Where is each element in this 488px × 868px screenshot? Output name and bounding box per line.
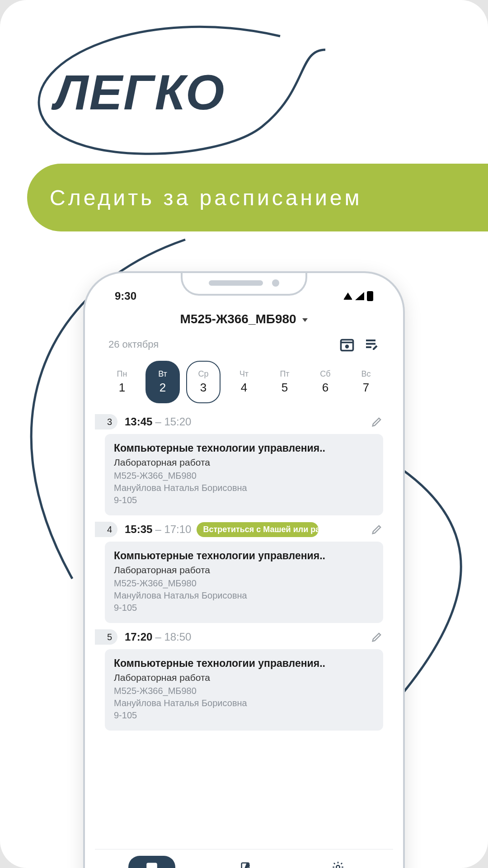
lesson-type: Лабораторная работа [114, 457, 374, 468]
lessons-list[interactable]: 313:45 – 15:20Компьютерные технологии уп… [95, 408, 393, 849]
day-number: 6 [322, 381, 328, 395]
day-cell[interactable]: Пн1 [105, 361, 139, 403]
lesson-item: 313:45 – 15:20Компьютерные технологии уп… [105, 411, 383, 515]
lesson-time-end: – 18:50 [155, 631, 191, 643]
lesson-time-end: – 17:10 [155, 523, 191, 536]
calendar-icon [128, 856, 175, 868]
phone-screen: 9:30 M525-Ж366_МБ980 26 октября [95, 283, 393, 868]
week-picker: Пн1Вт2Ср3Чт4Пт5Сб6Вс7 [95, 353, 393, 408]
day-cell[interactable]: Вт2 [145, 361, 180, 403]
lesson-title: Компьютерные технологии управления.. [114, 442, 374, 454]
note-edit-icon [222, 856, 269, 868]
day-number: 5 [282, 381, 288, 395]
lesson-group: M525-Ж366_МБ980 [114, 578, 374, 589]
signal-icon [355, 292, 364, 300]
day-cell[interactable]: Ср3 [186, 361, 221, 403]
lesson-room: 9-105 [114, 603, 374, 613]
lesson-type: Лабораторная работа [114, 672, 374, 683]
lesson-header: 415:35 – 17:10Встретиться с Машей или ра… [105, 519, 383, 540]
day-short: Вс [361, 369, 371, 379]
lesson-note-pill[interactable]: Встретиться с Машей или рави [197, 522, 319, 537]
day-short: Вт [158, 369, 167, 379]
svg-point-1 [346, 345, 348, 348]
nav-notes[interactable]: Заметки [222, 856, 269, 868]
lesson-item: 415:35 – 17:10Встретиться с Машей или ра… [105, 519, 383, 623]
pencil-icon[interactable] [371, 415, 383, 428]
pencil-icon[interactable] [371, 523, 383, 536]
day-number: 4 [241, 381, 247, 395]
list-edit-icon[interactable] [363, 336, 380, 353]
phone-notch [181, 272, 307, 296]
lesson-header: 517:20 – 18:50 [105, 627, 383, 647]
lesson-room: 9-105 [114, 495, 374, 505]
day-short: Чт [239, 369, 249, 379]
day-number: 3 [200, 381, 206, 395]
lesson-card[interactable]: Компьютерные технологии управления..Лабо… [105, 649, 383, 731]
lesson-teacher: Мануйлова Наталья Борисовна [114, 483, 374, 493]
pencil-icon[interactable] [371, 631, 383, 643]
day-short: Пт [280, 369, 289, 379]
lesson-item: 517:20 – 18:50Компьютерные технологии уп… [105, 627, 383, 731]
battery-icon [367, 291, 373, 301]
camera-icon [272, 279, 279, 287]
lesson-time-end: – 15:20 [155, 415, 191, 428]
day-number: 2 [160, 381, 166, 395]
group-name: M525-Ж366_МБ980 [180, 312, 296, 326]
promo-card: ЛЕГКО Следить за расписанием 9:30 M5 [0, 0, 488, 868]
wifi-icon [343, 292, 352, 300]
lesson-ordinal: 5 [95, 629, 117, 645]
lesson-teacher: Мануйлова Наталья Борисовна [114, 698, 374, 708]
day-short: Сб [320, 369, 330, 379]
lesson-group: M525-Ж366_МБ980 [114, 471, 374, 481]
lesson-card[interactable]: Компьютерные технологии управления..Лабо… [105, 434, 383, 515]
phone-mockup: 9:30 M525-Ж366_МБ980 26 октября [83, 271, 405, 868]
day-cell[interactable]: Вс7 [349, 361, 383, 403]
group-selector[interactable]: M525-Ж366_МБ980 [95, 309, 393, 326]
status-time: 9:30 [115, 290, 136, 302]
nav-schedule[interactable]: Расписание [127, 856, 177, 868]
day-cell[interactable]: Чт4 [227, 361, 261, 403]
tagline-banner: Следить за расписанием [27, 164, 488, 231]
lesson-ordinal: 3 [95, 414, 117, 429]
lesson-time-start: 15:35 [125, 523, 152, 536]
calendar-icon[interactable] [339, 336, 355, 353]
day-cell[interactable]: Пт5 [267, 361, 302, 403]
lesson-header: 313:45 – 15:20 [105, 411, 383, 432]
status-right [343, 291, 373, 301]
lesson-room: 9-105 [114, 710, 374, 721]
brand-title: ЛЕГКО [54, 63, 225, 121]
lesson-time-start: 17:20 [125, 631, 152, 643]
date-label: 26 октября [108, 339, 159, 350]
lesson-card[interactable]: Компьютерные технологии управления..Лабо… [105, 542, 383, 623]
lesson-title: Компьютерные технологии управления.. [114, 550, 374, 562]
day-number: 1 [119, 381, 125, 395]
lesson-ordinal: 4 [95, 522, 117, 537]
lesson-time-start: 13:45 [125, 415, 152, 428]
lesson-title: Компьютерные технологии управления.. [114, 657, 374, 670]
nav-settings[interactable]: Настройки [314, 856, 361, 868]
day-short: Пн [117, 369, 127, 379]
gear-icon [314, 856, 361, 868]
speaker-icon [209, 280, 263, 286]
lesson-group: M525-Ж366_МБ980 [114, 686, 374, 696]
day-cell[interactable]: Сб6 [308, 361, 343, 403]
bottom-nav: Расписание Заметки [95, 849, 393, 868]
svg-point-5 [336, 865, 339, 868]
day-number: 7 [363, 381, 369, 395]
day-short: Ср [198, 369, 208, 379]
chevron-down-icon [302, 318, 308, 322]
tagline-text: Следить за расписанием [50, 185, 362, 210]
lesson-type: Лабораторная работа [114, 565, 374, 576]
lesson-teacher: Мануйлова Наталья Борисовна [114, 590, 374, 601]
